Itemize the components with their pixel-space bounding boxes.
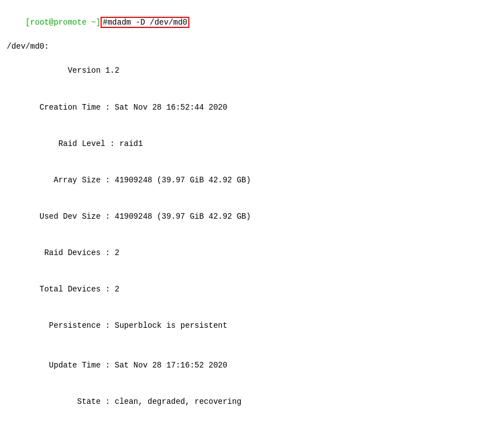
prompt1: [root@promote ~] xyxy=(26,18,101,27)
raid-label: Raid Level xyxy=(26,139,106,148)
useddev-line: Used Dev Size : 41909248 (39.97 GiB 42.9… xyxy=(7,199,497,235)
persistence-value: : Superblock is persistent xyxy=(101,321,227,330)
state-line: State : clean, degraded, recovering xyxy=(7,384,497,420)
useddev-label: Used Dev Size xyxy=(26,212,101,221)
useddev-value: : 41909248 (39.97 GiB 42.92 GB) xyxy=(101,212,251,221)
state-value: : clean, degraded, recovering xyxy=(101,397,241,406)
updatetime-line: Update Time : Sat Nov 28 17:16:52 2020 xyxy=(7,347,497,384)
command-box: #mdadm -D /dev/md0 xyxy=(101,17,189,28)
state-label: State xyxy=(26,397,101,406)
version-line: Version 1.2 xyxy=(7,53,497,89)
persistence-line: Persistence : Superblock is persistent xyxy=(7,308,497,344)
updatetime-label: Update Time xyxy=(26,361,101,370)
command-line: [root@promote ~]#mdadm -D /dev/md0 xyxy=(7,4,497,41)
array-line: Array Size : 41909248 (39.97 GiB 42.92 G… xyxy=(7,162,497,199)
array-value: : 41909248 (39.97 GiB 42.92 GB) xyxy=(101,176,251,185)
device-line: /dev/md0: xyxy=(7,41,497,53)
array-label: Array Size xyxy=(26,176,101,185)
version-label: Version xyxy=(26,66,101,75)
raid-line: Raid Level : raid1 xyxy=(7,126,497,162)
totaldev-value: : 2 xyxy=(101,285,120,294)
raid-value: : raid1 xyxy=(105,139,142,148)
updatetime-value: : Sat Nov 28 17:16:52 2020 xyxy=(101,361,227,370)
totaldev-line: Total Devices : 2 xyxy=(7,271,497,308)
creation-label: Creation Time xyxy=(26,103,101,112)
creation-line: Creation Time : Sat Nov 28 16:52:44 2020 xyxy=(7,89,497,126)
raiddev-value: : 2 xyxy=(101,248,120,257)
raiddev-line: Raid Devices : 2 xyxy=(7,235,497,271)
terminal-window: [root@promote ~]#mdadm -D /dev/md0 /dev/… xyxy=(0,0,504,424)
creation-value: : Sat Nov 28 16:52:44 2020 xyxy=(101,103,227,112)
raiddev-label: Raid Devices xyxy=(26,248,101,257)
command-text: #mdadm -D /dev/md0 xyxy=(103,18,187,27)
version-value: 1.2 xyxy=(101,66,120,75)
persistence-label: Persistence xyxy=(26,321,101,330)
activedev-line: Active Devices : 1 xyxy=(7,420,497,424)
totaldev-label: Total Devices xyxy=(26,285,101,294)
